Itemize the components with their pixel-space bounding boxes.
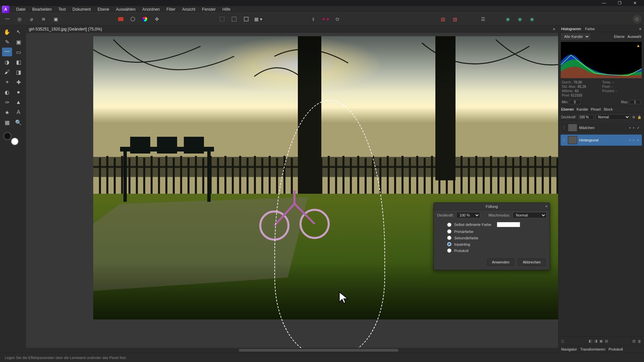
layer-tab-ebenen[interactable]: Ebenen	[561, 107, 574, 111]
arrange-icon[interactable]: ☰	[478, 14, 488, 24]
bottom-tab-transformieren[interactable]: Transformieren	[580, 347, 605, 351]
window-maximize[interactable]: ❐	[612, 1, 627, 5]
layer-opacity-input[interactable]	[578, 115, 594, 120]
menu-bearbeiten[interactable]: Bearbeiten	[29, 6, 55, 12]
swatch-none-icon[interactable]	[128, 14, 138, 24]
background-color[interactable]	[11, 137, 19, 145]
tab-color[interactable]: Farbe	[585, 27, 595, 31]
stack-front-icon[interactable]: ▨	[450, 14, 460, 24]
shape-tool-icon[interactable]: ★	[2, 108, 12, 117]
heal-tool-icon[interactable]: ✚	[13, 78, 23, 86]
fill-opt-radio[interactable]	[447, 223, 451, 227]
hist-min-input[interactable]	[569, 100, 581, 104]
custom-color-preview[interactable]	[497, 222, 520, 227]
crop-tool-icon[interactable]: ▣	[13, 38, 23, 46]
layer-tab-stock[interactable]: Stock	[603, 107, 613, 111]
group-icon[interactable]: ▥	[632, 339, 636, 343]
menu-hilfe[interactable]: Hilfe	[219, 6, 234, 12]
fill-blend-select[interactable]: Normal	[513, 212, 546, 218]
layer-blend-select[interactable]: Normal	[596, 114, 630, 120]
zoom-tool-icon[interactable]: 🔍	[13, 118, 23, 127]
mesh-tool-icon[interactable]: ▦	[2, 118, 12, 127]
account-avatar[interactable]: ☺	[633, 15, 641, 23]
swatch-red-icon[interactable]	[116, 14, 125, 24]
layer-fx-icon[interactable]: ⚙	[632, 115, 635, 119]
selection-brush-icon[interactable]: 〰	[2, 48, 12, 56]
layer-row[interactable]: ⋮Mädchen• • ✓	[560, 122, 642, 133]
menu-dokument[interactable]: Dokument	[69, 6, 94, 12]
hand-tool-icon[interactable]: ✋	[2, 27, 12, 36]
text-tool-icon[interactable]: A	[13, 108, 23, 117]
hist-scope-layer[interactable]: Ebene	[614, 35, 625, 39]
cloud-3-icon[interactable]: ◉	[527, 14, 537, 24]
channel-select[interactable]: Alle Kanäle	[561, 34, 590, 40]
dialog-close-icon[interactable]: ×	[545, 204, 548, 209]
new-adjust-icon[interactable]: ◧	[589, 339, 592, 343]
dodge-tool-icon[interactable]: ◐	[2, 88, 12, 97]
bottom-tab-navigator[interactable]: Navigator	[561, 347, 577, 351]
cloud-1-icon[interactable]: ◉	[503, 14, 513, 24]
mask-icon[interactable]: ◻	[561, 339, 564, 343]
delete-layer-icon[interactable]: 🗑	[638, 339, 641, 343]
layer-lock-icon[interactable]: 🔒	[637, 115, 641, 119]
fill-opt-radio[interactable]	[447, 229, 451, 234]
hist-max-input[interactable]	[629, 100, 641, 104]
new-live-icon[interactable]: ◨	[594, 339, 597, 343]
panel-menu-icon[interactable]: ≡	[639, 27, 641, 31]
sel-large-icon[interactable]	[241, 14, 251, 24]
persona-liquify-icon[interactable]: ◎	[15, 14, 24, 24]
layer-flags-icon[interactable]: • • ✓	[629, 126, 640, 130]
layer-visibility-icon[interactable]: ⋮	[562, 138, 566, 142]
marquee-tool-icon[interactable]: ▭	[13, 48, 23, 56]
close-document-icon[interactable]: ×	[553, 26, 555, 32]
menu-auswählen[interactable]: Auswählen	[112, 6, 139, 12]
layer-row[interactable]: ⋮Hintergrund• • ✓	[560, 134, 642, 146]
new-mask-icon[interactable]: ▣	[599, 339, 603, 343]
window-minimize[interactable]: —	[596, 1, 612, 5]
color-chip[interactable]	[3, 132, 19, 145]
layer-flags-icon[interactable]: • • ✓	[629, 138, 640, 142]
canvas[interactable]	[26, 33, 558, 348]
persona-photo-icon[interactable]: 〰	[3, 14, 12, 24]
canvas-h-scrollbar[interactable]	[26, 348, 558, 353]
stack-back-icon[interactable]: ▧	[438, 14, 447, 24]
hist-scope-selection[interactable]: Auswahl	[627, 35, 641, 39]
tab-histogram[interactable]: Histogramm	[561, 27, 581, 31]
color-picker-icon[interactable]: ✎	[2, 38, 12, 46]
sel-small-icon[interactable]	[217, 14, 227, 24]
fill-opt-radio[interactable]	[447, 236, 451, 240]
sel-med-icon[interactable]	[229, 14, 239, 24]
node-tool-icon[interactable]: ▲	[13, 98, 23, 107]
eyedrop-icon[interactable]: ✜	[152, 14, 162, 24]
record-icon[interactable]: ⊙	[333, 14, 342, 24]
layer-tab-kanäle[interactable]: Kanäle	[577, 107, 588, 111]
menu-anordnen[interactable]: Anordnen	[139, 6, 163, 12]
dialog-titlebar[interactable]: Füllung ×	[434, 203, 550, 210]
foreground-color[interactable]	[3, 132, 11, 140]
cloud-2-icon[interactable]: ◉	[515, 14, 525, 24]
swatch-rgb-icon[interactable]	[140, 14, 150, 24]
fill-opacity-select[interactable]: 100 %	[457, 212, 480, 218]
apply-button[interactable]: Anwenden	[487, 258, 515, 266]
blur-tool-icon[interactable]: ●	[13, 88, 23, 97]
new-layer-icon[interactable]: ▤	[605, 339, 608, 343]
menu-filter[interactable]: Filter	[163, 6, 179, 12]
crop-mode-icon[interactable]: ▦ ▾	[254, 14, 263, 24]
document-tab[interactable]: girl-535251_1920.jpg [Geändert] (75,0%) …	[26, 25, 558, 33]
distribute-icon[interactable]: ✦ ▾	[321, 14, 330, 24]
menu-datei[interactable]: Datei	[13, 6, 29, 12]
menu-ebene[interactable]: Ebene	[94, 6, 113, 12]
move-tool-icon[interactable]: ↖	[13, 27, 23, 36]
persona-tone-icon[interactable]: ≋	[39, 14, 48, 24]
fill-opt-radio[interactable]	[447, 248, 451, 253]
erase-tool-icon[interactable]: ◨	[13, 68, 23, 76]
gradient-tool-icon[interactable]: ◧	[13, 58, 23, 66]
align-icon[interactable]: ⫴	[309, 14, 318, 24]
persona-develop-icon[interactable]: ⌀	[27, 14, 36, 24]
flood-tool-icon[interactable]: ◑	[2, 58, 12, 66]
layer-visibility-icon[interactable]: ⋮	[562, 126, 566, 130]
menu-fenster[interactable]: Fenster	[199, 6, 219, 12]
persona-export-icon[interactable]: ▣	[51, 14, 60, 24]
clone-tool-icon[interactable]: ⌖	[2, 78, 12, 86]
layer-tab-pinsel[interactable]: Pinsel	[591, 107, 601, 111]
